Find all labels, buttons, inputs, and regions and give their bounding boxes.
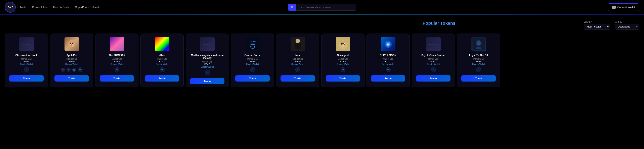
token-icons-row-8: ⧉ bbox=[386, 67, 390, 72]
sort-by-group: Sort By Decreasing Increasing bbox=[615, 21, 639, 30]
nav-trade[interactable]: Trade bbox=[20, 6, 26, 9]
token-icons-row-10: ⧉ bbox=[476, 67, 481, 72]
copy-icon-3[interactable]: ⧉ bbox=[160, 67, 164, 72]
svg-point-27 bbox=[476, 41, 481, 45]
token-name-super-moon: SUPER MOON bbox=[380, 54, 396, 57]
nav-superpump-referrals[interactable]: SuperPump Referrals bbox=[75, 6, 100, 9]
trade-button-loyal-oil[interactable]: Trade bbox=[461, 75, 496, 82]
trade-button-marthas[interactable]: Trade bbox=[190, 78, 224, 84]
person-silhouette bbox=[294, 39, 302, 50]
twitter-icon-1[interactable]: 𝕏 bbox=[66, 68, 70, 72]
image-label-9: token-image bbox=[429, 43, 438, 45]
image-label: token-image bbox=[22, 43, 31, 45]
token-card-smeagool: Smeagool Market Cap FTM 0 Creator Wallet… bbox=[321, 34, 364, 87]
market-cap-value-2: FTM 0 bbox=[114, 60, 120, 63]
token-icons-row-3: ⧉ bbox=[160, 67, 164, 72]
token-card-fantom-force: FANTOM FORCE FF Fantom Force Market Cap … bbox=[231, 34, 274, 87]
copy-icon-9[interactable]: ⧉ bbox=[431, 67, 436, 72]
market-cap-value-7: FTM 0 bbox=[340, 60, 346, 63]
creator-wallet-label-4[interactable]: Creator Wallet bbox=[201, 66, 214, 68]
token-stats-nkeet: Market Cap FTM 0 Creator Wallet bbox=[143, 58, 181, 65]
fantom-force-svg: FANTOM FORCE FF bbox=[246, 38, 258, 50]
copy-icon-10[interactable]: ⧉ bbox=[476, 67, 481, 72]
market-cap-value-1: FTM 0 bbox=[69, 60, 74, 63]
copy-icon-0[interactable]: ⧉ bbox=[24, 67, 29, 72]
trade-button-smeagool[interactable]: Trade bbox=[326, 75, 360, 82]
pump-cat-image bbox=[110, 37, 124, 52]
creator-wallet-label-0[interactable]: Creator Wallet bbox=[20, 63, 33, 65]
creator-wallet-label-7[interactable]: Creator Wallet bbox=[336, 63, 350, 65]
trade-button-pump-cat[interactable]: Trade bbox=[100, 75, 134, 82]
token-name-smeagool: Smeagool bbox=[337, 54, 348, 57]
trade-button-fantom-force[interactable]: Trade bbox=[235, 75, 270, 82]
token-name-chris-rock: Chris rock wif sock bbox=[15, 54, 37, 57]
token-stats-super-moon: Market Cap FTM 0 Creator Wallet bbox=[369, 58, 407, 65]
token-stats-applepie: Market Cap FTM 0 Creator Wallet bbox=[53, 58, 90, 65]
svg-point-5 bbox=[72, 43, 73, 44]
copy-icon-7[interactable]: ⧉ bbox=[340, 67, 346, 72]
token-card-nkeet: NKeet Market Cap FTM 0 Creator Wallet ⧉ … bbox=[140, 34, 184, 87]
trade-button-nkeet[interactable]: Trade bbox=[145, 75, 179, 82]
search-input[interactable] bbox=[296, 4, 356, 11]
token-stats-loyal-oil: Market Cap FTM 0 Creator Wallet bbox=[460, 58, 498, 65]
creator-wallet-label-8[interactable]: Creator Wallet bbox=[382, 63, 395, 65]
loyal-oil-image bbox=[472, 37, 486, 52]
telegram-icon-1[interactable]: ✈ bbox=[61, 68, 65, 72]
copy-icon-6[interactable]: ⧉ bbox=[296, 67, 300, 72]
token-icons-row-5: ⧉ bbox=[250, 67, 255, 72]
creator-wallet-label-9[interactable]: Creator Wallet bbox=[427, 63, 440, 65]
trade-button-chris-rock[interactable]: Trade bbox=[9, 75, 44, 82]
copy-icon-1[interactable]: ⧉ bbox=[78, 67, 82, 72]
token-stats-smeagool: Market Cap FTM 0 Creator Wallet bbox=[324, 58, 362, 65]
copy-icon-8[interactable]: ⧉ bbox=[386, 67, 390, 72]
nav-create-token[interactable]: Create Token bbox=[32, 6, 48, 9]
creator-wallet-label-1[interactable]: Creator Wallet bbox=[65, 63, 78, 65]
nav-how-to-guide[interactable]: How To Guide bbox=[53, 6, 70, 9]
applepie-image bbox=[64, 37, 79, 52]
creator-wallet-label-5[interactable]: Creator Wallet bbox=[246, 63, 259, 65]
market-cap-label-7: Market Cap bbox=[338, 58, 348, 60]
creator-wallet-label-2[interactable]: Creator Wallet bbox=[110, 63, 123, 65]
copy-icon-2[interactable]: ⧉ bbox=[114, 67, 119, 72]
trade-button-four[interactable]: Trade bbox=[280, 75, 315, 82]
logo-text: SP bbox=[8, 5, 13, 9]
trade-button-super-moon[interactable]: Trade bbox=[371, 75, 405, 82]
token-image-placeholder: token-image bbox=[19, 37, 34, 52]
market-cap-label-8: Market Cap bbox=[383, 58, 394, 60]
copy-icon-5[interactable]: ⧉ bbox=[250, 67, 255, 72]
svg-point-20 bbox=[342, 45, 344, 46]
token-card-chris-rock: token-image Chris rock wif sock Market C… bbox=[5, 34, 48, 87]
search-button[interactable]: 🔍 bbox=[288, 4, 296, 11]
market-cap-value-6: FTM 0 bbox=[295, 60, 300, 63]
token-card-pump-cat: The PUMP Cat Market Cap FTM 0 Creator Wa… bbox=[95, 34, 138, 87]
copy-icon-4[interactable]: ⧉ bbox=[205, 70, 210, 75]
fantom-force-image: FANTOM FORCE FF bbox=[245, 37, 260, 52]
token-stats-pump-cat: Market Cap FTM 0 Creator Wallet bbox=[98, 58, 136, 65]
globe-icon-1[interactable]: 🌐 bbox=[72, 68, 76, 72]
token-icons-row-2: ⧉ bbox=[114, 67, 119, 72]
svg-text:SM: SM bbox=[387, 44, 389, 45]
svg-text:FF: FF bbox=[251, 46, 254, 48]
trade-button-applepie[interactable]: Trade bbox=[54, 75, 88, 82]
super-moon-svg: SM bbox=[382, 39, 394, 50]
view-by-select[interactable]: Most Popular Newest Trending bbox=[584, 24, 610, 30]
sort-by-label: Sort By bbox=[615, 21, 639, 23]
person-head bbox=[296, 39, 300, 43]
creator-wallet-label-6[interactable]: Creator Wallet bbox=[291, 63, 304, 65]
creator-wallet-label-10[interactable]: Creator Wallet bbox=[472, 63, 485, 65]
svg-point-28 bbox=[476, 47, 482, 49]
token-image-applepie bbox=[64, 37, 79, 52]
logo[interactable]: SP bbox=[5, 2, 16, 13]
token-image-chris-rock: token-image bbox=[19, 37, 34, 52]
token-card-applepie: ApplePie Market Cap FTM 0 Creator Wallet… bbox=[50, 34, 93, 87]
market-cap-value-3: FTM 0 bbox=[159, 60, 165, 63]
token-name-psychosonic: PsychoSonicFantom bbox=[421, 54, 445, 57]
token-name-loyal-oil: Loyal To The Oil bbox=[469, 54, 488, 57]
sort-by-select[interactable]: Decreasing Increasing bbox=[615, 24, 639, 30]
creator-wallet-label-3[interactable]: Creator Wallet bbox=[156, 63, 168, 65]
market-cap-label-6: Market Cap bbox=[292, 58, 303, 60]
connect-wallet-button[interactable]: Connect Wallet bbox=[608, 4, 639, 11]
trade-button-psychosonic[interactable]: Trade bbox=[416, 75, 450, 82]
market-cap-label-4: Market Cap bbox=[202, 61, 212, 63]
token-stats-chris-rock: Market Cap FTM 0 Creator Wallet bbox=[8, 58, 46, 65]
